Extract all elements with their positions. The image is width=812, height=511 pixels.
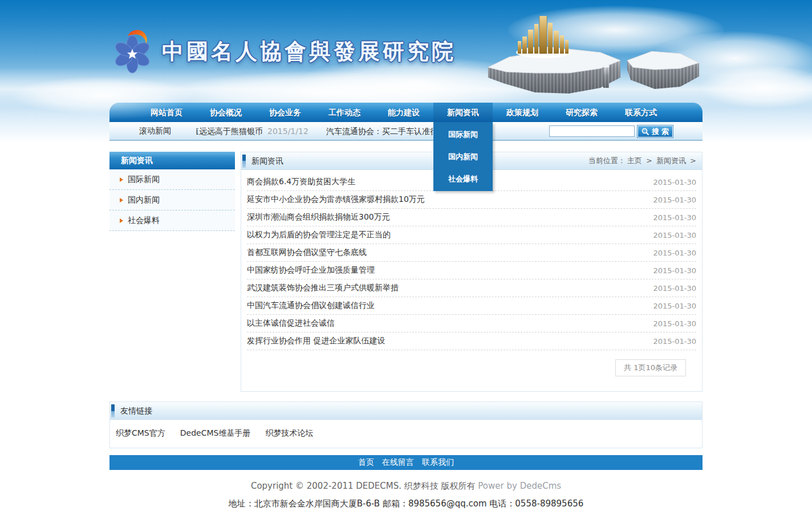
page: 中國名人協會與發展研究院 网站首页 协会概况 协会业务 工作动态 能力建设 新闻… [0,0,812,511]
breadcrumb-separator: > [690,156,696,165]
pagination-area: 共 1页10条记录 [241,350,702,391]
news-title-link[interactable]: 中国家纺协会呼吁企业加强质量管理 [247,265,375,275]
news-list: 商会捐款6.4万资助贫困大学生 2015-01-30 延安市中小企业协会为雷赤镇… [241,170,702,350]
nav-item[interactable]: 协会业务 [255,103,315,122]
friend-link[interactable]: DedeCMS维基手册 [180,428,251,439]
news-date: 2015-01-30 [653,231,696,240]
sidebar-item[interactable]: 社会爆料 [109,210,235,231]
scrolling-news-marquee: 值远远高于熊猫银币2015/1/12 汽车流通协会：买二手车认准行业 [196,122,464,140]
friend-link[interactable]: 织梦CMS官方 [116,428,165,439]
triangle-bullet-icon [120,177,123,182]
news-row: 深圳市潮汕商会组织捐款捐物近300万元 2015-01-30 [247,209,696,226]
powered-by-text: Power by DedeCms [478,481,561,491]
nav-item[interactable]: 政策规划 [493,103,552,122]
news-date: 2015-01-30 [653,213,696,222]
nav-item[interactable]: 工作动态 [315,103,374,122]
ticker-news-link[interactable]: 值远远高于熊猫银币2015/1/12 [196,127,308,136]
search-input[interactable] [549,125,635,137]
breadcrumb-separator: > [646,156,652,165]
friend-links-title: 友情链接 [120,406,152,415]
nav-item[interactable]: 新闻资讯 [433,103,493,122]
news-title-link[interactable]: 以权力为后盾的协会管理注定是不正当的 [247,230,391,240]
news-date: 2015-01-30 [653,249,696,257]
footer-nav-link[interactable]: 联系我们 [422,457,454,468]
news-dropdown-menu: 国际新闻 国内新闻 社会爆料 [433,122,493,191]
sidebar-menu: 国际新闻 国内新闻 社会爆料 [109,169,235,231]
friend-link[interactable]: 织梦技术论坛 [265,428,313,439]
sidebar-item-label: 社会爆料 [128,216,160,226]
ticker-news-date: 2015/1/12 [267,127,308,136]
dropdown-item[interactable]: 社会爆料 [433,168,493,190]
ticker-news-text: 汽车流通协会：买二手车认准行业 [326,127,446,136]
news-title-link[interactable]: 中国汽车流通协会倡议创建诚信行业 [247,301,375,311]
news-title-link[interactable]: 延安市中小企业协会为雷赤镇强家塬村捐款10万元 [247,194,425,205]
news-row: 延安市中小企业协会为雷赤镇强家塬村捐款10万元 2015-01-30 [247,191,696,209]
breadcrumb-label: 当前位置： [588,156,626,165]
header-accent-bar [111,404,115,417]
nav-list: 网站首页 协会概况 协会业务 工作动态 能力建设 新闻资讯 政策规划 研究探索 … [109,103,703,122]
dropdown-item[interactable]: 国际新闻 [433,123,493,145]
breadcrumb-home-link[interactable]: 主页 [627,156,642,165]
sidebar-title: 新闻资讯 [109,152,235,169]
main-nav: 网站首页 协会概况 协会业务 工作动态 能力建设 新闻资讯 政策规划 研究探索 … [109,103,703,122]
sidebar-item[interactable]: 国际新闻 [109,169,235,190]
news-date: 2015-01-30 [653,178,696,186]
nav-item[interactable]: 协会概况 [196,103,255,122]
ticker-news-text: 值远远高于熊猫银币 [196,127,263,136]
news-date: 2015-01-30 [653,337,696,346]
news-title-link[interactable]: 武汉建筑装饰协会推出三项户式供暖新举措 [247,283,399,293]
news-row: 武汉建筑装饰协会推出三项户式供暖新举措 2015-01-30 [247,279,696,297]
sidebar-item[interactable]: 国内新闻 [109,190,235,210]
copyright-text: Copyright © 2002-2011 DEDECMS. 织梦科技 版权所有 [251,481,476,491]
nav-item[interactable]: 联系方式 [611,103,671,122]
news-row: 发挥行业协会作用 促进企业家队伍建设 2015-01-30 [247,332,696,350]
ticker-label: 滚动新闻 [139,122,171,140]
dropdown-item[interactable]: 国内新闻 [433,145,493,168]
footer-nav-link[interactable]: 首页 [358,457,374,468]
news-row: 首都互联网协会倡议坚守七条底线 2015-01-30 [247,244,696,262]
sidebar: 新闻资讯 国际新闻 国内新闻 社会爆料 [109,152,235,231]
news-row: 以权力为后盾的协会管理注定是不正当的 2015-01-30 [247,226,696,244]
news-date: 2015-01-30 [653,319,696,328]
ticker-news-link[interactable]: 汽车流通协会：买二手车认准行业 [326,127,446,136]
breadcrumb: 当前位置：主页 > 新闻资讯 > [588,152,696,169]
news-date: 2015-01-30 [653,302,696,310]
footer-nav-link[interactable]: 在线留言 [382,457,414,468]
footer-nav: 首页 在线留言 联系我们 [109,455,703,470]
news-row: 以主体诚信促进社会诚信 2015-01-30 [247,315,696,332]
header-accent-bar [242,155,246,168]
world-map-graphic [484,16,703,100]
search-button-label: 搜 索 [652,127,669,137]
sidebar-item-label: 国内新闻 [128,195,160,205]
news-row: 中国汽车流通协会倡议创建诚信行业 2015-01-30 [247,297,696,315]
site-logo[interactable]: 中國名人協會與發展研究院 [112,29,456,74]
news-date: 2015-01-30 [653,284,696,293]
news-title-link[interactable]: 以主体诚信促进社会诚信 [247,318,335,328]
sidebar-item-label: 国际新闻 [128,175,160,185]
search-button[interactable]: 搜 索 [637,125,673,138]
friend-links-header: 友情链接 [110,402,702,420]
nav-item[interactable]: 研究探索 [552,103,611,122]
news-date: 2015-01-30 [653,266,696,275]
friend-links-list: 织梦CMS官方 DedeCMS维基手册 织梦技术论坛 [110,420,702,448]
news-row: 中国家纺协会呼吁企业加强质量管理 2015-01-30 [247,262,696,279]
breadcrumb-current-link[interactable]: 新闻资讯 [656,156,686,165]
triangle-bullet-icon [120,218,123,223]
address-line: 地址：北京市新会金水岸国商大厦B-6-B 邮箱：8985656@qq.com 电… [0,498,812,509]
news-title-link[interactable]: 首都互联网协会倡议坚守七条底线 [247,248,367,258]
page-title: 新闻资讯 [251,156,283,165]
friend-links-panel: 友情链接 织梦CMS官方 DedeCMS维基手册 织梦技术论坛 [109,402,703,448]
news-title-link[interactable]: 深圳市潮汕商会组织捐款捐物近300万元 [247,212,390,222]
copyright-line: Copyright © 2002-2011 DEDECMS. 织梦科技 版权所有… [0,481,812,492]
nav-item[interactable]: 能力建设 [374,103,433,122]
news-title-link[interactable]: 发挥行业协会作用 促进企业家队伍建设 [247,336,385,346]
triangle-bullet-icon [120,198,123,202]
news-title-link[interactable]: 商会捐款6.4万资助贫困大学生 [247,177,355,187]
news-date: 2015-01-30 [653,196,696,204]
news-ticker-bar: 滚动新闻 值远远高于熊猫银币2015/1/12 汽车流通协会：买二手车认准行业 … [109,122,703,141]
site-title: 中國名人協會與發展研究院 [162,37,456,66]
logo-icon [112,29,154,74]
search-icon [642,128,649,136]
pagination-info: 共 1页10条记录 [615,359,686,376]
nav-item[interactable]: 网站首页 [137,103,196,122]
